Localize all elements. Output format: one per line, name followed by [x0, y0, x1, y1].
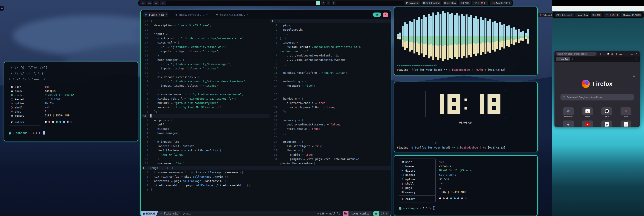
editor-tab-hosts-isoImag-[interactable]: ❄hosts/isoImag..× [214, 12, 250, 17]
tab-close-icon[interactable]: × [166, 13, 167, 16]
shortcut-tile-chat-openai[interactable]: ⊛chat.openai [597, 120, 616, 127]
digit-cell [492, 98, 496, 102]
visualizer-bar [501, 25, 503, 47]
visualizer-bar [442, 11, 444, 61]
shortcut-tile-chatgpt[interactable]: ⊛chatgpt [559, 120, 578, 127]
workspace-1[interactable]: 1 [316, 1, 320, 5]
terminal-fastfetch-left[interactable]: / \/ ¯0. ¯/¯=\ /=¯7 / /\ \/ ¯=¯ \ \ (¯ /… [4, 62, 138, 141]
terminal-color-dots [45, 120, 76, 124]
shortcut-tile-amazon[interactable]: aamazon [578, 107, 597, 117]
code-text: inputs.nixpkgs.follows = "nixpkgs"; [151, 84, 220, 88]
line-number: 1 [141, 170, 151, 175]
shortcut-tile-cloudflare[interactable]: ☁cloudflare [616, 120, 636, 127]
token: ./nvim [211, 175, 225, 178]
fetch-row-user: ☻user [9, 85, 41, 89]
tab-new-tab[interactable]: New Tab [556, 57, 570, 61]
code-line: 6 }; [141, 88, 270, 92]
wifi-icon[interactable] [474, 2, 477, 4]
token: url [151, 45, 168, 49]
editor-tab-pkgs-default-[interactable]: ❄pkgs/default...× [174, 12, 209, 17]
eye-button[interactable] [372, 13, 381, 17]
secondary-top-bar: P: BalancedGPU: IntegratedHome: 6msBat: … [552, 12, 644, 18]
code-pane-pkgs[interactable]: 1{pkgs, ...}: {1 tux-awesome-wm-config =… [141, 166, 391, 211]
token: , [169, 127, 171, 130]
terminal-cursor [433, 206, 435, 210]
line-number: 5 [141, 187, 151, 192]
newtab-settings-gear-icon[interactable]: ⚙ [633, 75, 635, 78]
shortcut-tile-github[interactable]: github [597, 107, 616, 117]
branch-icon [183, 212, 185, 215]
workspace-3[interactable]: 3 [326, 1, 330, 5]
line-number: 15 [270, 88, 280, 92]
code-line: 19 bluetooth.powerOnBoot = true; [270, 105, 391, 110]
tag-button[interactable]: $W [140, 1, 146, 5]
digit-cell [492, 102, 496, 106]
code-line: 1 }; [141, 110, 270, 114]
code-line: 11 username = "tux"; [141, 161, 270, 165]
tile-icon-box: ☁ [620, 120, 631, 127]
wifi-icon[interactable] [606, 14, 608, 16]
editor-tab-flake-nix[interactable]: ❄flake.nix× [143, 12, 168, 17]
phone-icon[interactable] [484, 2, 486, 4]
fetch-label: shell [405, 182, 414, 185]
close-button[interactable]: ✕ [636, 53, 637, 55]
shell-prompt[interactable]: →canopus ~❯❯❯ [399, 206, 532, 210]
maximize-button[interactable]: ▭ [631, 53, 633, 55]
tabs-dropdown-icon[interactable]: ∨ [636, 58, 638, 60]
extension-icon-2[interactable]: ☾ [603, 53, 606, 55]
workspace-4[interactable]: 4 [332, 1, 336, 5]
tag-button[interactable]: $W [147, 1, 152, 5]
extension-icon-3[interactable] [608, 53, 609, 55]
separator-text: =====================> [397, 63, 437, 67]
line-number: 5 [270, 41, 280, 45]
token: ./awesome [222, 171, 240, 174]
tag-button[interactable]: $W [154, 1, 159, 5]
firefox-tray-icon[interactable] [612, 14, 614, 16]
tab-close-icon[interactable]: × [247, 13, 248, 16]
extension-icon-1[interactable]: ◆ [599, 53, 602, 55]
metamask-icon[interactable] [611, 53, 614, 55]
workspace-2[interactable]: 2 [321, 1, 325, 5]
nixos-ascii-logo: / \/ ¯0. ¯/¯=\ /=¯7 / /\ \/ ¯=¯ \ \ (¯ /… [8, 65, 134, 82]
shell-prompt[interactable]: →canopus ~❯❯❯ [8, 131, 134, 134]
token: ]; [151, 157, 161, 161]
neovim-editor-window[interactable]: ❄flake.nix×❄pkgs/default...×❄hosts/isoIm… [140, 10, 391, 216]
window-close-button[interactable]: × [383, 13, 388, 17]
token: = [168, 80, 171, 83]
tab-label: flake.nix [149, 13, 164, 16]
tag-button[interactable]: $W [160, 1, 166, 5]
shortcut-tile-search-nixos[interactable]: ❄search.nixos [559, 107, 578, 117]
menu-icon[interactable] [620, 53, 622, 55]
phone-icon[interactable] [616, 14, 618, 16]
fetch-value: NixOS 24.11 (Vicuna) [439, 168, 473, 172]
nix-snowflake-icon: ❄ [216, 13, 218, 16]
bluetooth-icon[interactable]: ᛒ [478, 2, 480, 4]
uptime-icon: ⊙ [11, 102, 15, 105]
fetch-label: uptime [15, 102, 24, 105]
digit-cell [480, 98, 484, 102]
token: ]; [280, 63, 286, 66]
newtab-search-bar[interactable]: Search with Google or enter address [560, 94, 634, 100]
token: ; [314, 84, 315, 87]
code-text: url = "github:nix-community/nixos-wsl"; [151, 45, 226, 49]
fetch-row-shell: ❯shell [9, 105, 41, 110]
terminal-cava[interactable]: =====================> Playing: ffee for… [394, 7, 538, 75]
minimize-button[interactable]: – [627, 53, 628, 55]
shortcut-tile-claude[interactable]: ✳claude [616, 107, 636, 117]
terminal-fastfetch-right[interactable]: ☻user≡hname❆distro▢kernel⊙uptime❯shell◈p… [394, 155, 538, 216]
code-line: 4 nixpkgs-f2k.url = "github:moni-dz/nixp… [141, 97, 270, 101]
firefox-tray-icon[interactable] [481, 2, 483, 4]
home-icon[interactable]: ⌂ [615, 53, 618, 55]
token: nixpkgs.url [151, 37, 178, 40]
tab-close-icon[interactable]: × [206, 13, 208, 16]
code-line: 23 [141, 114, 270, 118]
bluetooth-icon[interactable]: ᛒ [610, 14, 611, 16]
code-pane-iso[interactable]: 1{1 pkgs,2 modulesPath,3 ...4}: {5 impor… [270, 19, 391, 165]
url-bar[interactable]: Search with Google or enter address [556, 52, 597, 56]
terminal-clock[interactable]: 08/08/24 =====================> Playing:… [394, 82, 538, 152]
new-tab-button[interactable]: + [572, 58, 573, 60]
shortcut-tile-youtube[interactable]: ▶youtube [578, 120, 597, 127]
token: inputs.nixpkgs.follows [151, 50, 200, 53]
firefox-window[interactable]: Search with Google or enter address ◆ ☾ … [554, 51, 640, 127]
code-pane-flake[interactable]: 22{21 description = "tux's NixOS Flake";… [141, 19, 270, 165]
